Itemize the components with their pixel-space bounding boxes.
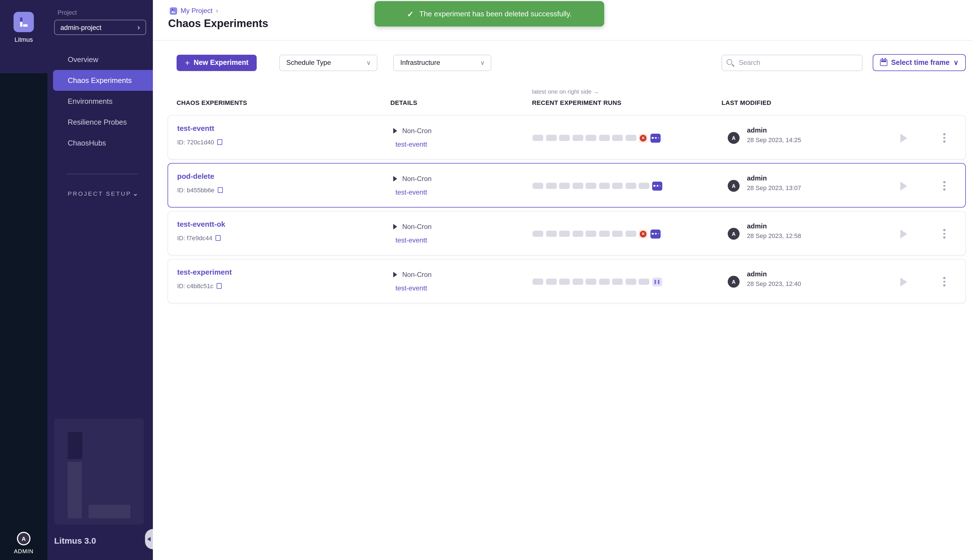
- breadcrumb-link[interactable]: My Project: [180, 7, 212, 15]
- user-avatar[interactable]: A: [17, 532, 30, 545]
- table-row[interactable]: test-experiment ID: c4b8c51c Non-Cron te…: [168, 259, 966, 303]
- time-frame-button[interactable]: Select time frame ∨: [872, 54, 966, 71]
- copy-icon[interactable]: [217, 139, 223, 145]
- column-header-runs: RECENT EXPERIMENT RUNS: [532, 99, 621, 106]
- sidebar-item-chaos-experiments[interactable]: Chaos Experiments: [53, 70, 153, 91]
- run-status-empty[interactable]: [532, 183, 543, 189]
- experiment-template-link[interactable]: test-eventt: [395, 188, 427, 196]
- run-status-empty[interactable]: [546, 135, 557, 141]
- table-row[interactable]: test-eventt-ok ID: f7e9dc44 Non-Cron tes…: [168, 211, 966, 255]
- run-status-empty[interactable]: [639, 183, 649, 189]
- experiment-id: ID: f7e9dc44: [177, 235, 212, 242]
- run-status-empty[interactable]: [532, 278, 543, 285]
- copy-icon[interactable]: [216, 235, 221, 241]
- project-label: Project: [58, 9, 153, 16]
- run-status-empty[interactable]: [559, 183, 570, 189]
- row-menu-button[interactable]: [942, 180, 946, 192]
- schedule-type: Non-Cron: [402, 127, 432, 135]
- sidebar-item-overview[interactable]: Overview: [47, 49, 153, 70]
- copy-icon[interactable]: [217, 283, 222, 289]
- schedule-type: Non-Cron: [402, 223, 432, 231]
- schedule-type-icon: [393, 272, 397, 277]
- infrastructure-select[interactable]: Infrastructure ∨: [393, 54, 492, 71]
- project-selector[interactable]: admin-project ›: [54, 20, 146, 35]
- run-status-empty[interactable]: [572, 135, 583, 141]
- run-status-empty[interactable]: [612, 231, 623, 237]
- run-status-empty[interactable]: [625, 231, 636, 237]
- run-status-empty[interactable]: [612, 278, 623, 285]
- sidebar-item-chaoshubs[interactable]: ChaosHubs: [47, 133, 153, 153]
- run-status-empty[interactable]: [625, 183, 636, 189]
- run-experiment-button[interactable]: [900, 230, 907, 238]
- sidebar-divider: [67, 174, 138, 174]
- run-status-empty[interactable]: [599, 278, 610, 285]
- run-status-empty[interactable]: [572, 278, 583, 285]
- avatar: A: [728, 228, 740, 240]
- sidebar-collapse-handle[interactable]: [145, 529, 153, 549]
- experiment-name-link[interactable]: test-eventt: [177, 124, 214, 133]
- run-status-empty[interactable]: [639, 278, 649, 285]
- row-menu-button[interactable]: [942, 132, 946, 143]
- run-status-empty[interactable]: [559, 231, 570, 237]
- run-status-empty[interactable]: [585, 231, 596, 237]
- run-status-paused[interactable]: [652, 277, 662, 286]
- run-status-failed[interactable]: ✕: [639, 229, 648, 238]
- project-setup-label: PROJECT SETUP: [68, 190, 132, 197]
- run-status-empty[interactable]: [625, 135, 636, 141]
- breadcrumb: My Project ›: [170, 7, 218, 15]
- recent-runs: ✕: [532, 116, 660, 160]
- table-row[interactable]: pod-delete ID: b455bb6e Non-Cron test-ev…: [168, 163, 966, 208]
- run-status-empty[interactable]: [546, 231, 557, 237]
- run-status-failed[interactable]: ✕: [639, 133, 648, 142]
- run-status-empty[interactable]: [559, 135, 570, 141]
- run-experiment-button[interactable]: [900, 277, 907, 287]
- run-status-empty[interactable]: [532, 135, 543, 141]
- run-status-empty[interactable]: [585, 278, 596, 285]
- experiment-name-link[interactable]: test-experiment: [177, 268, 232, 276]
- run-status-empty[interactable]: [625, 278, 636, 285]
- schedule-type: Non-Cron: [402, 175, 432, 183]
- run-status-empty[interactable]: [559, 278, 570, 285]
- experiment-template-link[interactable]: test-eventt: [395, 284, 427, 292]
- copy-icon[interactable]: [218, 187, 223, 193]
- run-status-empty[interactable]: [546, 278, 557, 285]
- experiment-template-link[interactable]: test-eventt: [395, 236, 427, 244]
- experiment-name-link[interactable]: test-eventt-ok: [177, 220, 225, 228]
- run-status-empty[interactable]: [585, 183, 596, 189]
- run-status-empty[interactable]: [599, 183, 610, 189]
- experiment-id: ID: c4b8c51c: [177, 283, 213, 289]
- run-status-empty[interactable]: [532, 231, 543, 237]
- run-status-running[interactable]: [652, 181, 662, 190]
- experiment-template-link[interactable]: test-eventt: [395, 140, 427, 148]
- toast-message: The experiment has been deleted successf…: [419, 10, 572, 18]
- table-row[interactable]: test-eventt ID: 720c1d40 Non-Cron test-e…: [168, 115, 966, 160]
- experiment-id: ID: 720c1d40: [177, 139, 214, 145]
- modified-date: 28 Sep 2023, 12:40: [747, 280, 801, 287]
- run-status-empty[interactable]: [612, 135, 623, 141]
- schedule-type-select[interactable]: Schedule Type ∨: [280, 54, 378, 71]
- run-status-empty[interactable]: [585, 135, 596, 141]
- run-status-empty[interactable]: [546, 183, 557, 189]
- search-input[interactable]: [721, 54, 862, 71]
- project-setup-toggle[interactable]: PROJECT SETUP ⌄: [47, 190, 153, 197]
- sidebar-item-resilience-probes[interactable]: Resilience Probes: [47, 112, 153, 133]
- run-status-running[interactable]: [650, 229, 660, 238]
- run-experiment-button[interactable]: [900, 134, 907, 143]
- litmus-logo-icon[interactable]: [13, 12, 34, 32]
- new-experiment-button[interactable]: + New Experiment: [177, 54, 257, 71]
- run-status-empty[interactable]: [599, 231, 610, 237]
- row-menu-button[interactable]: [942, 276, 946, 287]
- run-status-empty[interactable]: [599, 135, 610, 141]
- run-status-running[interactable]: [650, 133, 660, 142]
- modified-by: admin: [747, 174, 767, 182]
- experiment-name-link[interactable]: pod-delete: [177, 172, 214, 180]
- run-status-empty[interactable]: [572, 183, 583, 189]
- user-menu[interactable]: A ADMIN: [0, 532, 47, 554]
- column-header-details: DETAILS: [390, 99, 417, 106]
- run-experiment-button[interactable]: [900, 182, 907, 191]
- run-status-empty[interactable]: [572, 231, 583, 237]
- run-status-empty[interactable]: [612, 183, 623, 189]
- sidebar-item-environments[interactable]: Environments: [47, 91, 153, 112]
- row-menu-button[interactable]: [942, 228, 946, 239]
- schedule-type: Non-Cron: [402, 271, 432, 278]
